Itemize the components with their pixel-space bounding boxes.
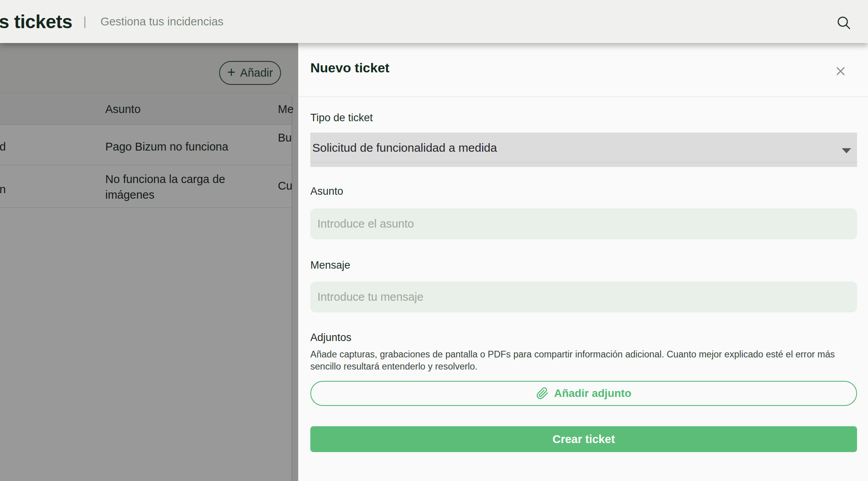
search-icon — [836, 15, 852, 31]
panel-header-divider — [298, 97, 868, 97]
ticket-type-select[interactable]: Solicitud de funcionalidad a medida — [310, 133, 857, 167]
page-header: s tickets | Gestiona tus incidencias — [0, 0, 868, 43]
attachments-description: Añade capturas, grabaciones de pantalla … — [310, 348, 857, 373]
add-attachment-button[interactable]: Añadir adjunto — [310, 381, 857, 406]
new-ticket-panel: Nuevo ticket Tipo de ticket Solicitud de… — [298, 43, 868, 481]
paperclip-icon — [536, 387, 549, 400]
select-divider — [310, 162, 857, 163]
subject-label: Asunto — [310, 185, 343, 197]
title-separator: | — [83, 14, 86, 29]
message-label: Mensaje — [310, 259, 350, 271]
close-icon — [834, 65, 847, 77]
panel-title: Nuevo ticket — [310, 60, 389, 75]
page-title: s tickets — [0, 11, 72, 32]
attachments-title: Adjuntos — [310, 332, 351, 344]
ticket-type-selected-value: Solicitud de funcionalidad a medida — [312, 133, 497, 163]
ticket-type-label: Tipo de ticket — [310, 112, 373, 124]
subject-input[interactable] — [310, 208, 857, 239]
chevron-down-icon — [842, 148, 851, 153]
close-button[interactable] — [832, 63, 849, 80]
create-ticket-button[interactable]: Crear ticket — [310, 426, 857, 452]
tickets-list-page: + Añadir Asunto Me d Pago Bizum no funci… — [0, 43, 868, 481]
page-subtitle: Gestiona tus incidencias — [101, 15, 223, 28]
message-input[interactable] — [310, 282, 857, 312]
add-attachment-label: Añadir adjunto — [554, 387, 632, 400]
app-root: + Añadir Asunto Me d Pago Bizum no funci… — [0, 0, 868, 481]
search-button[interactable] — [835, 14, 852, 31]
